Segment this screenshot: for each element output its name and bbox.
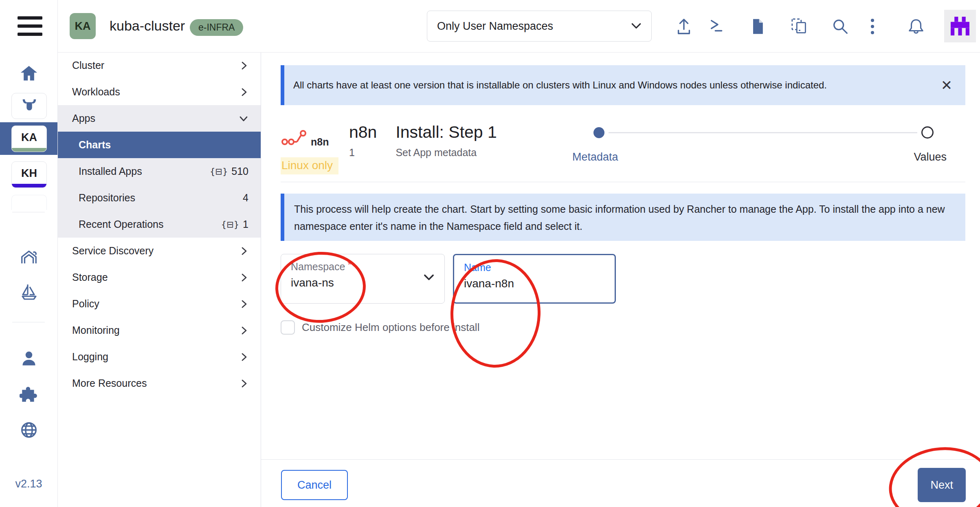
kubectl-shell-icon[interactable] xyxy=(709,17,727,36)
stepper-track xyxy=(593,126,934,139)
nav-label: Monitoring xyxy=(72,324,120,336)
nav-item-repositories[interactable]: Repositories 4 xyxy=(57,185,261,211)
nav-item-monitoring[interactable]: Monitoring xyxy=(57,317,261,344)
charts-info-banner: All charts have at least one version tha… xyxy=(281,65,965,105)
import-yaml-upload-icon[interactable] xyxy=(675,17,693,36)
nav-item-workloads[interactable]: Workloads xyxy=(57,79,261,105)
namespace-filter-select[interactable]: Only User Namespaces xyxy=(427,11,652,42)
cluster-placeholder xyxy=(11,195,47,210)
home-icon[interactable] xyxy=(0,64,57,82)
cancel-button[interactable]: Cancel xyxy=(281,470,348,500)
harvester-icon[interactable] xyxy=(0,247,57,266)
version-label[interactable]: v2.13 xyxy=(0,478,57,490)
nav-label: Charts xyxy=(79,139,111,151)
cluster-name: kuba-cluster xyxy=(110,18,185,34)
extensions-puzzle-icon[interactable] xyxy=(0,385,57,403)
nav-label: Storage xyxy=(72,271,108,283)
app-name-block: n8n 1 xyxy=(349,121,377,159)
name-field[interactable]: Name xyxy=(453,254,616,304)
rail-divider-2 xyxy=(12,322,45,322)
copy-resource-icon[interactable] xyxy=(790,17,809,36)
brand-logo[interactable] xyxy=(944,10,976,42)
cluster-kh-accent xyxy=(12,184,46,187)
nav-item-cluster[interactable]: Cluster xyxy=(57,52,261,79)
nav-item-service-discovery[interactable]: Service Discovery xyxy=(57,238,261,264)
namespace-field[interactable]: Namespace* ivana-ns xyxy=(281,254,445,304)
banner-text: All charts have at least one version tha… xyxy=(293,79,827,91)
nav-label: Apps xyxy=(72,112,95,124)
customize-helm-option[interactable]: Customize Helm options before install xyxy=(281,320,479,335)
app-version: 1 xyxy=(349,147,377,159)
nav-item-storage[interactable]: Storage xyxy=(57,264,261,291)
cluster-kh-initials: KH xyxy=(21,167,37,180)
process-info-box: This process will help create the chart.… xyxy=(281,194,965,241)
step-values-circle[interactable] xyxy=(921,126,934,139)
cluster-ka-initials: KA xyxy=(21,131,37,144)
step-metadata-label[interactable]: Metadata xyxy=(572,151,618,163)
step-metadata-dot[interactable] xyxy=(593,127,604,138)
next-button[interactable]: Next xyxy=(918,468,966,502)
chevron-right-icon xyxy=(240,299,248,309)
name-input[interactable] xyxy=(464,277,605,290)
chevron-down-icon xyxy=(423,274,435,281)
global-apps-globe-icon[interactable] xyxy=(0,421,57,439)
chevron-right-icon xyxy=(240,326,248,335)
nav-label: More Resources xyxy=(72,377,147,389)
cluster-nav: Cluster Workloads Apps Charts Installed … xyxy=(57,52,261,507)
n8n-logo-text: n8n xyxy=(311,136,329,148)
notifications-bell-icon[interactable] xyxy=(907,17,925,36)
nav-item-policy[interactable]: Policy xyxy=(57,291,261,317)
nav-item-recent-operations[interactable]: Recent Operations {⊟} 1 xyxy=(57,211,261,238)
linux-only-badge: Linux only xyxy=(281,157,338,174)
customize-helm-checkbox[interactable] xyxy=(281,320,295,335)
close-icon[interactable]: ✕ xyxy=(940,79,953,92)
kebab-menu-icon[interactable] xyxy=(870,17,876,36)
nav-label: Logging xyxy=(72,351,108,363)
app-name: n8n xyxy=(349,121,377,143)
namespace-label-text: Namespace xyxy=(291,261,345,272)
nav-label: Recent Operations xyxy=(79,218,163,230)
nav-count: {⊟} 1 xyxy=(221,218,248,230)
stepper-line xyxy=(609,132,917,133)
chevron-down-icon xyxy=(239,114,248,123)
nav-label: Repositories xyxy=(79,192,135,204)
cluster-ka-button[interactable]: KA xyxy=(11,126,47,152)
nav-item-apps[interactable]: Apps xyxy=(57,105,261,132)
n8n-logo: n8n xyxy=(281,121,334,150)
pixel-m-logo-icon xyxy=(951,17,969,35)
hamburger-menu-icon[interactable] xyxy=(18,16,42,36)
cluster-avatar[interactable]: KA xyxy=(70,13,96,39)
count-value: 4 xyxy=(243,192,248,204)
chevron-right-icon xyxy=(240,246,248,256)
nav-item-charts[interactable]: Charts xyxy=(57,132,261,158)
docs-file-icon[interactable] xyxy=(749,17,767,36)
rancher-app: KA KH xyxy=(0,0,980,507)
wizard-footer: Cancel Next xyxy=(261,459,980,507)
nav-item-more-resources[interactable]: More Resources xyxy=(57,370,261,397)
chevron-right-icon xyxy=(240,273,248,282)
user-icon[interactable] xyxy=(0,350,57,368)
install-title-block: Install: Step 1 Set App metadata xyxy=(396,121,497,159)
namespace-filter-value: Only User Namespaces xyxy=(437,20,553,33)
nav-label: Workloads xyxy=(72,86,120,98)
install-stepper: Metadata Values xyxy=(593,121,934,163)
name-label: Name xyxy=(464,262,605,273)
namespace-value: ivana-ns xyxy=(291,276,435,289)
chevron-right-icon xyxy=(240,87,248,97)
search-icon[interactable] xyxy=(831,17,850,36)
chevron-right-icon xyxy=(240,379,248,388)
local-cluster-button[interactable] xyxy=(11,93,47,119)
step-values-label[interactable]: Values xyxy=(914,151,947,163)
chevron-right-icon xyxy=(240,61,248,71)
nav-item-logging[interactable]: Logging xyxy=(57,344,261,370)
cluster-rail: KA KH xyxy=(0,0,58,507)
resource-count-icon: {⊟} xyxy=(210,167,228,176)
nav-item-installed-apps[interactable]: Installed Apps {⊟} 510 xyxy=(57,158,261,185)
required-asterisk: * xyxy=(347,260,351,270)
top-header: KA kuba-cluster e-INFRA Only User Namesp… xyxy=(57,0,980,53)
cluster-ka-accent xyxy=(12,148,46,152)
install-header: n8n n8n 1 Install: Step 1 Set App metada… xyxy=(281,121,934,163)
env-badge: e-INFRA xyxy=(190,19,243,36)
fleet-sailboat-icon[interactable] xyxy=(0,281,57,301)
cluster-kh-button[interactable]: KH xyxy=(11,161,47,188)
